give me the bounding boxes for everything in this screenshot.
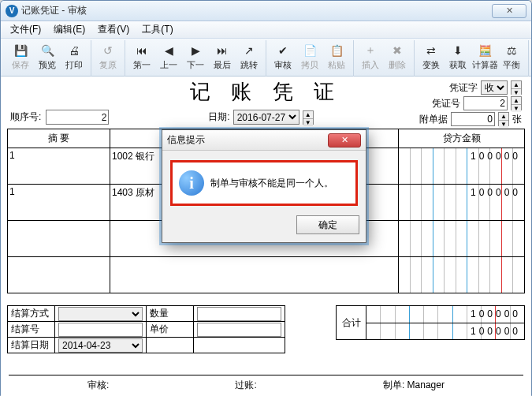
table-row[interactable]: [8, 257, 525, 293]
cell-summary[interactable]: [8, 221, 110, 257]
insert-button[interactable]: ＋插入: [357, 40, 384, 75]
footer: 审核: 过账: 制单: Manager: [9, 375, 523, 392]
settle-date-label: 结算日期: [8, 338, 55, 353]
th-summary: 摘 要: [8, 129, 110, 148]
print-button[interactable]: 🖨打印: [61, 40, 87, 75]
info-dialog: 信息提示 ✕ i 制单与审核不能是同一个人。 确定: [162, 129, 366, 243]
cell-summary[interactable]: [8, 257, 110, 293]
totals-box: 合计 100000 100000: [336, 305, 525, 340]
settle-method-label: 结算方式: [8, 306, 55, 322]
total-credit-cell: 100000: [366, 323, 525, 340]
dialog-close-button[interactable]: ✕: [328, 133, 361, 148]
voucher-word-select[interactable]: 收: [481, 80, 508, 95]
maker-value: Manager: [407, 379, 445, 390]
dialog-ok-button[interactable]: 确定: [296, 215, 359, 234]
seq-label: 顺序号:: [10, 110, 41, 124]
calc-button[interactable]: 🧮计算器: [471, 40, 498, 75]
spin-down-icon: ▼: [512, 89, 521, 96]
dialog-message: 制单与审核不能是同一个人。: [210, 177, 333, 190]
cell-summary[interactable]: 1: [8, 148, 110, 185]
price-label: 单价: [147, 322, 194, 338]
save-icon: 💾: [12, 42, 29, 59]
calc-icon: 🧮: [476, 42, 493, 59]
copy-icon: 📄: [301, 42, 318, 59]
cell-credit[interactable]: [399, 257, 525, 293]
next-icon: ▶: [187, 42, 204, 59]
maker-label: 制单:: [383, 379, 404, 390]
date-select[interactable]: 2016-07-27: [233, 110, 299, 125]
approve-icon: ✔: [274, 42, 292, 59]
th-credit: 贷方金额: [399, 129, 525, 148]
first-button[interactable]: ⏮第一: [128, 40, 155, 75]
titlebar: V 记账凭证 - 审核 ✕: [1, 1, 531, 21]
preview-button[interactable]: 🔍预览: [34, 40, 61, 75]
save-button[interactable]: 💾保存: [7, 40, 34, 75]
paste-icon: 📋: [328, 42, 345, 59]
dialog-title: 信息提示: [167, 133, 205, 147]
date-spin[interactable]: ▲▼: [303, 110, 314, 125]
window-title: 记账凭证 - 审核: [21, 4, 87, 17]
spin-up-icon: ▲: [303, 111, 313, 119]
poster-label: 过账:: [235, 379, 256, 390]
app-icon: V: [6, 5, 18, 17]
next-button[interactable]: ▶下一: [182, 40, 209, 75]
print-icon: 🖨: [65, 42, 83, 59]
balance-button[interactable]: ⚖平衡: [498, 40, 525, 75]
jump-button[interactable]: ↗跳转: [236, 40, 262, 75]
voucher-word-label: 凭证字: [449, 81, 478, 95]
menu-view[interactable]: 查看(V): [91, 21, 136, 38]
auditor-label: 审核:: [87, 379, 109, 390]
restore-icon: ↺: [99, 42, 117, 59]
settle-date-select[interactable]: 2014-04-23: [58, 338, 143, 353]
fetch-icon: ⬇: [449, 42, 467, 59]
settle-table: 结算方式 数量 结算号 单价 结算日期 2014-04-23: [7, 305, 285, 353]
qty-input[interactable]: [197, 307, 281, 321]
menubar: 文件(F) 编辑(E) 查看(V) 工具(T): [1, 21, 531, 39]
window-close-button[interactable]: ✕: [492, 4, 526, 18]
voucher-no-spin[interactable]: ▲▼: [511, 96, 522, 110]
menu-edit[interactable]: 编辑(E): [47, 21, 91, 38]
dialog-highlight-box: i 制单与审核不能是同一个人。: [170, 160, 358, 206]
total-debit-cell: 100000: [366, 305, 525, 323]
prev-button[interactable]: ◀上一: [155, 40, 182, 75]
balance-icon: ⚖: [503, 42, 520, 59]
preview-icon: 🔍: [39, 42, 56, 59]
spin-down-icon: ▼: [303, 119, 313, 126]
copy-button[interactable]: 📄拷贝: [296, 40, 323, 75]
last-icon: ⏭: [214, 42, 231, 59]
cell-credit[interactable]: 100000: [399, 148, 525, 185]
paste-button[interactable]: 📋粘贴: [323, 40, 350, 75]
toolbar: 💾保存 🔍预览 🖨打印 ↺复原 ⏮第一 ◀上一 ▶下一 ⏭最后 ↗跳转 ✔审核 …: [1, 39, 531, 77]
convert-icon: ⇄: [422, 42, 440, 59]
cell-summary[interactable]: 1: [8, 185, 110, 221]
info-icon: i: [179, 170, 204, 196]
seq-input[interactable]: [46, 110, 109, 125]
fetch-button[interactable]: ⬇获取: [445, 40, 471, 75]
prev-icon: ◀: [160, 42, 177, 59]
voucher-no-label: 凭证号: [432, 97, 460, 110]
voucher-no-input[interactable]: [463, 96, 508, 110]
restore-button[interactable]: ↺复原: [95, 40, 121, 75]
jump-icon: ↗: [240, 42, 258, 59]
approve-button[interactable]: ✔审核: [270, 40, 296, 75]
delete-icon: ✖: [389, 42, 406, 59]
delete-button[interactable]: ✖删除: [384, 40, 411, 75]
settle-no-label: 结算号: [8, 322, 55, 338]
menu-file[interactable]: 文件(F): [4, 21, 47, 38]
menu-tools[interactable]: 工具(T): [136, 21, 179, 38]
insert-icon: ＋: [362, 42, 379, 59]
qty-label: 数量: [147, 306, 194, 322]
settle-method-select[interactable]: [58, 307, 143, 321]
cell-subject[interactable]: [110, 257, 399, 293]
spin-up-icon: ▲: [512, 81, 521, 89]
convert-button[interactable]: ⇄变换: [418, 40, 445, 75]
voucher-word-spin[interactable]: ▲▼: [511, 80, 522, 95]
first-icon: ⏮: [133, 42, 151, 59]
date-label: 日期:: [208, 110, 229, 124]
spin-up-icon: ▲: [512, 97, 521, 105]
cell-credit[interactable]: [399, 221, 525, 257]
last-button[interactable]: ⏭最后: [209, 40, 236, 75]
price-input[interactable]: [197, 323, 281, 337]
settle-no-input[interactable]: [58, 323, 143, 337]
cell-credit[interactable]: 100000: [399, 185, 525, 221]
